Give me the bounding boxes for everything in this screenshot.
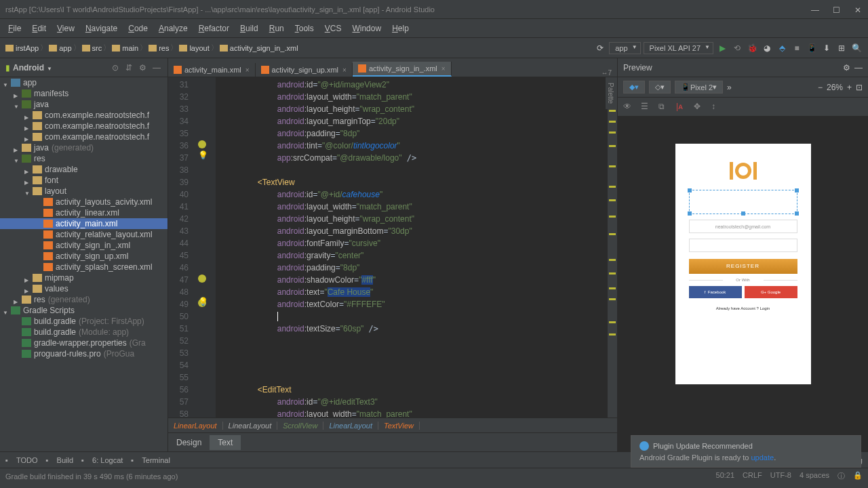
tree-node[interactable]: app xyxy=(0,77,167,88)
hide-icon[interactable]: — xyxy=(153,63,162,73)
tree-node[interactable]: activity_sign_up.xml xyxy=(0,251,167,262)
editor-tab[interactable]: activity_main.xml× xyxy=(168,63,256,77)
breadcrumb-item[interactable]: irstApp xyxy=(5,44,39,52)
run-icon[interactable]: ▶ xyxy=(716,42,728,54)
orientation-dropdown[interactable]: ◇▾ xyxy=(649,81,671,94)
device-dropdown[interactable]: 📱 Pixel 2▾ xyxy=(675,81,723,94)
design-surface-dropdown[interactable]: ◆▾ xyxy=(623,81,645,94)
maximize-icon[interactable]: ☐ xyxy=(833,5,841,14)
menu-view[interactable]: View xyxy=(52,22,80,35)
pan-icon[interactable]: ✥ xyxy=(694,102,705,113)
breadcrumb-item[interactable]: main xyxy=(112,44,138,52)
gear-icon[interactable]: ⚙ xyxy=(843,63,850,73)
tree-node[interactable]: gradle-wrapper.properties(Gra xyxy=(0,338,167,348)
eye-icon[interactable]: 👁 xyxy=(623,102,634,113)
tree-node[interactable]: activity_layouts_acivity.xml xyxy=(0,197,167,207)
path-breadcrumb-item[interactable]: LinearLayout xyxy=(168,422,223,430)
layers-icon[interactable]: ☰ xyxy=(641,102,652,113)
target-icon[interactable]: ⊙ xyxy=(112,63,121,73)
tool-terminal[interactable]: ▪Terminal xyxy=(131,456,170,464)
tab-design[interactable]: Design xyxy=(168,435,210,450)
debug-icon[interactable]: 🐞 xyxy=(746,42,758,54)
line-ending[interactable]: CRLF xyxy=(743,471,762,481)
path-breadcrumb-item[interactable]: ScrollView xyxy=(277,422,323,430)
tree-node[interactable]: activity_sign_in_.xml xyxy=(0,240,167,251)
menu-navigate[interactable]: Navigate xyxy=(80,22,123,35)
breadcrumb-item[interactable]: app xyxy=(49,44,71,52)
align-icon[interactable]: |ᴀ xyxy=(676,102,687,113)
code-editor[interactable]: android:id="@+id/imageView2" android:lay… xyxy=(216,77,608,418)
plugin-update-notification[interactable]: Plugin Update Recommended Android Gradle… xyxy=(631,435,861,468)
tree-node[interactable]: Gradle Scripts xyxy=(0,305,167,316)
sdk-icon[interactable]: ⬇ xyxy=(821,42,833,54)
tree-node[interactable]: res(generated) xyxy=(0,294,167,305)
zoom-out-icon[interactable]: − xyxy=(818,83,823,92)
menu-build[interactable]: Build xyxy=(235,22,264,35)
tree-node[interactable]: com.example.neatrootstech.f xyxy=(0,131,167,142)
tool-logcat[interactable]: ▪6: Logcat xyxy=(81,456,123,464)
gear-icon[interactable]: ⚙ xyxy=(139,63,149,73)
tree-node[interactable]: font xyxy=(0,175,167,186)
zoom-in-icon[interactable]: + xyxy=(847,83,852,92)
menu-help[interactable]: Help xyxy=(387,22,414,35)
apply-changes-icon[interactable]: ⟲ xyxy=(731,42,743,54)
run-config-dropdown[interactable]: app xyxy=(609,42,640,54)
menu-file[interactable]: File xyxy=(3,22,26,35)
tree-node[interactable]: build.gradle(Module: app) xyxy=(0,327,167,338)
update-link[interactable]: update xyxy=(751,453,774,462)
menu-vcs[interactable]: VCS xyxy=(319,22,347,35)
menu-edit[interactable]: Edit xyxy=(26,22,52,35)
tree-node[interactable]: res xyxy=(0,153,167,164)
profile-icon[interactable]: ◕ xyxy=(761,42,773,54)
tree-node[interactable]: com.example.neatrootstech.f xyxy=(0,110,167,121)
attach-icon[interactable]: ⬘ xyxy=(776,42,788,54)
path-breadcrumb-item[interactable]: LinearLayout xyxy=(223,422,278,430)
palette-tab[interactable]: Palette xyxy=(605,77,617,109)
tree-node[interactable]: activity_relative_layout.xml xyxy=(0,229,167,240)
tab-text[interactable]: Text xyxy=(210,435,241,450)
breadcrumb-item[interactable]: res xyxy=(149,44,169,52)
avd-icon[interactable]: 📱 xyxy=(806,42,818,54)
stop-icon[interactable]: ■ xyxy=(791,42,803,54)
hide-icon[interactable]: — xyxy=(854,63,863,73)
editor-tab[interactable]: activity_sign_in_.xml× xyxy=(353,62,452,77)
menu-tools[interactable]: Tools xyxy=(290,22,319,35)
tree-node[interactable]: java(generated) xyxy=(0,142,167,153)
menu-code[interactable]: Code xyxy=(123,22,153,35)
device-dropdown[interactable]: Pixel XL API 27 xyxy=(644,42,713,54)
tree-node[interactable]: build.gradle(Project: FirstApp) xyxy=(0,316,167,327)
tool-todo[interactable]: ▪TODO xyxy=(5,456,38,464)
zoom-fit-icon[interactable]: ⊡ xyxy=(856,83,863,92)
tree-node[interactable]: proguard-rules.pro(ProGua xyxy=(0,348,167,359)
minimize-icon[interactable]: — xyxy=(811,5,819,14)
menu-window[interactable]: Window xyxy=(347,22,387,35)
expand-icon[interactable]: ↕ xyxy=(711,102,722,113)
collapse-icon[interactable]: ⇵ xyxy=(125,63,135,73)
tree-node[interactable]: drawable xyxy=(0,164,167,175)
path-breadcrumb-item[interactable]: TextView xyxy=(378,422,420,430)
more-icon[interactable]: » xyxy=(727,83,732,92)
menu-refactor[interactable]: Refactor xyxy=(193,22,235,35)
project-tree[interactable]: appmanifestsjavacom.example.neatrootstec… xyxy=(0,77,167,451)
tool-build[interactable]: ▪Build xyxy=(46,456,73,464)
path-breadcrumb-item[interactable]: LinearLayout xyxy=(323,422,378,430)
context-icon[interactable]: ⓘ xyxy=(837,471,845,481)
breadcrumb-item[interactable]: layout xyxy=(179,44,209,52)
tree-node[interactable]: activity_main.xml xyxy=(0,218,167,229)
editor-tab[interactable]: activity_sign_up.xml× xyxy=(256,63,353,77)
encoding[interactable]: UTF-8 xyxy=(770,471,791,481)
sync-icon[interactable]: ⟳ xyxy=(594,42,606,54)
close-tab-icon[interactable]: × xyxy=(441,65,446,73)
close-tab-icon[interactable]: × xyxy=(245,66,250,74)
selected-textview[interactable] xyxy=(689,190,797,214)
close-icon[interactable]: ✕ xyxy=(854,5,863,14)
tree-node[interactable]: mipmap xyxy=(0,272,167,283)
lock-icon[interactable]: 🔒 xyxy=(853,471,863,481)
sidebar-view-dropdown[interactable]: Android▼ xyxy=(13,63,52,73)
indent[interactable]: 4 spaces xyxy=(800,471,829,481)
tree-node[interactable]: layout xyxy=(0,186,167,197)
structure-icon[interactable]: ⊞ xyxy=(835,42,848,54)
tree-node[interactable]: activity_splash_screen.xml xyxy=(0,262,167,272)
tree-node[interactable]: values xyxy=(0,283,167,294)
tree-node[interactable]: java xyxy=(0,99,167,110)
